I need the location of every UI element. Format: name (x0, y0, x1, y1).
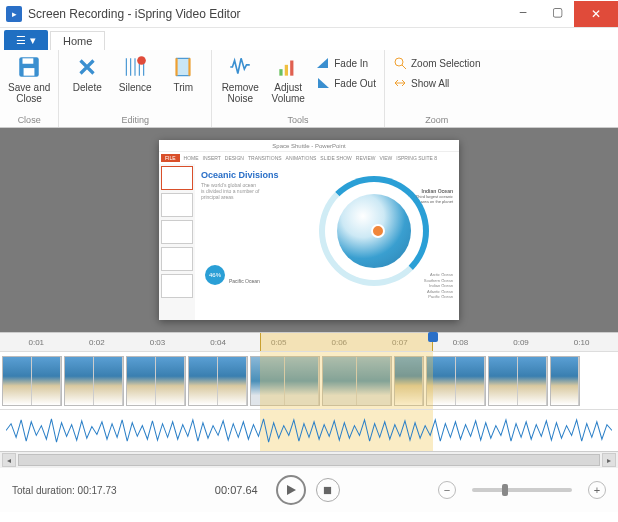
group-label-tools: Tools (288, 115, 309, 125)
video-clip[interactable] (188, 356, 248, 406)
scroll-track[interactable] (18, 454, 600, 466)
ppt-title-bar: Space Shuttle - PowerPoint (159, 140, 459, 152)
tab-bar: ☰ ▾ Home (0, 28, 618, 50)
pacific-label: Pacific Ocean (229, 278, 260, 284)
minimize-button[interactable]: – (506, 1, 540, 23)
window-title: Screen Recording - iSpring Video Editor (28, 7, 241, 21)
slide-legend: Arctic Ocean Southern Ocean Indian Ocean… (424, 272, 453, 300)
audio-track[interactable] (0, 410, 618, 452)
svg-rect-9 (324, 486, 331, 493)
fade-in-icon (316, 56, 330, 70)
svg-rect-4 (177, 58, 190, 75)
adjust-volume-button[interactable]: Adjust Volume (268, 54, 308, 104)
fade-in-button[interactable]: Fade In (316, 54, 376, 72)
video-clip[interactable] (126, 356, 186, 406)
time-ruler[interactable]: 0:01 0:02 0:03 0:04 0:05 0:06 0:07 0:08 … (0, 332, 618, 352)
total-duration: Total duration: 00:17.73 (12, 485, 117, 496)
pacific-badge: 46% (205, 265, 225, 285)
show-all-button[interactable]: Show All (393, 74, 480, 92)
silence-button[interactable]: Silence (115, 54, 155, 93)
horizontal-scrollbar[interactable]: ◂ ▸ (0, 452, 618, 468)
zoom-selection-button[interactable]: Zoom Selection (393, 54, 480, 72)
slide-subtitle: The world's global ocean is divided into… (201, 182, 261, 200)
video-clip[interactable] (426, 356, 486, 406)
video-track[interactable] (0, 352, 618, 410)
playhead[interactable] (428, 332, 438, 342)
zoom-slider-thumb[interactable] (502, 484, 508, 496)
video-clip[interactable] (322, 356, 392, 406)
svg-rect-5 (280, 69, 283, 76)
svg-rect-6 (285, 65, 288, 76)
ribbon-group-editing: Delete Silence Trim Editing (59, 50, 212, 127)
zoom-out-button[interactable]: − (438, 481, 456, 499)
stop-button[interactable] (316, 478, 340, 502)
volume-icon (275, 54, 301, 80)
ppt-thumb (161, 193, 193, 217)
ribbon: Save and Close Close Delete Silence Trim… (0, 50, 618, 128)
ppt-thumb (161, 247, 193, 271)
svg-rect-1 (23, 58, 34, 63)
close-button[interactable]: ✕ (574, 1, 618, 27)
remove-noise-button[interactable]: Remove Noise (220, 54, 260, 104)
video-clip[interactable] (2, 356, 62, 406)
play-button[interactable] (276, 475, 306, 505)
zoom-slider[interactable] (472, 488, 572, 492)
scroll-left-button[interactable]: ◂ (2, 453, 16, 467)
svg-rect-2 (24, 68, 35, 76)
playback-controls: Total duration: 00:17.73 00:07.64 − + (0, 468, 618, 512)
ppt-thumbnail-panel (159, 164, 195, 320)
current-time: 00:07.64 (215, 484, 258, 496)
map-pin-icon (371, 224, 385, 238)
svg-point-3 (137, 56, 146, 65)
video-clip[interactable] (550, 356, 580, 406)
delete-icon (74, 54, 100, 80)
play-icon (285, 484, 297, 496)
file-menu-button[interactable]: ☰ ▾ (4, 30, 48, 50)
group-label-zoom: Zoom (425, 115, 448, 125)
scroll-right-button[interactable]: ▸ (602, 453, 616, 467)
save-and-close-button[interactable]: Save and Close (8, 54, 50, 104)
svg-point-8 (395, 58, 403, 66)
noise-icon (227, 54, 253, 80)
ribbon-group-tools: Remove Noise Adjust Volume Fade In Fade … (212, 50, 385, 127)
fade-out-button[interactable]: Fade Out (316, 74, 376, 92)
ppt-ribbon: FILE HOME INSERT DESIGN TRANSITIONS ANIM… (159, 152, 459, 164)
ppt-thumb (161, 274, 193, 298)
fade-out-icon (316, 76, 330, 90)
group-label-editing: Editing (122, 115, 150, 125)
timeline-selection[interactable] (260, 333, 433, 351)
maximize-button[interactable]: ▢ (540, 1, 574, 23)
ribbon-group-close: Save and Close Close (0, 50, 59, 127)
indian-label: Indian Ocean Third largest oceanic area … (413, 188, 453, 204)
save-icon (16, 54, 42, 80)
video-clip[interactable] (488, 356, 548, 406)
group-label-close: Close (18, 115, 41, 125)
app-icon: ▸ (6, 6, 22, 22)
zoom-in-button[interactable]: + (588, 481, 606, 499)
silence-icon (122, 54, 148, 80)
audio-waveform (6, 414, 612, 447)
ribbon-group-zoom: Zoom Selection Show All Zoom (385, 50, 488, 127)
ppt-thumb (161, 220, 193, 244)
tab-home[interactable]: Home (50, 31, 105, 50)
video-clip[interactable] (64, 356, 124, 406)
zoom-selection-icon (393, 56, 407, 70)
ppt-slide: Oceanic Divisions The world's global oce… (195, 164, 459, 320)
video-clip[interactable] (250, 356, 320, 406)
stop-icon (323, 486, 332, 495)
title-bar: ▸ Screen Recording - iSpring Video Edito… (0, 0, 618, 28)
show-all-icon (393, 76, 407, 90)
video-clip[interactable] (394, 356, 424, 406)
scroll-thumb[interactable] (18, 454, 600, 466)
preview-area: Space Shuttle - PowerPoint FILE HOME INS… (0, 128, 618, 332)
delete-button[interactable]: Delete (67, 54, 107, 93)
ppt-thumb (161, 166, 193, 190)
powerpoint-window: Space Shuttle - PowerPoint FILE HOME INS… (159, 140, 459, 320)
trim-button[interactable]: Trim (163, 54, 203, 93)
svg-rect-7 (290, 61, 293, 76)
trim-icon (170, 54, 196, 80)
